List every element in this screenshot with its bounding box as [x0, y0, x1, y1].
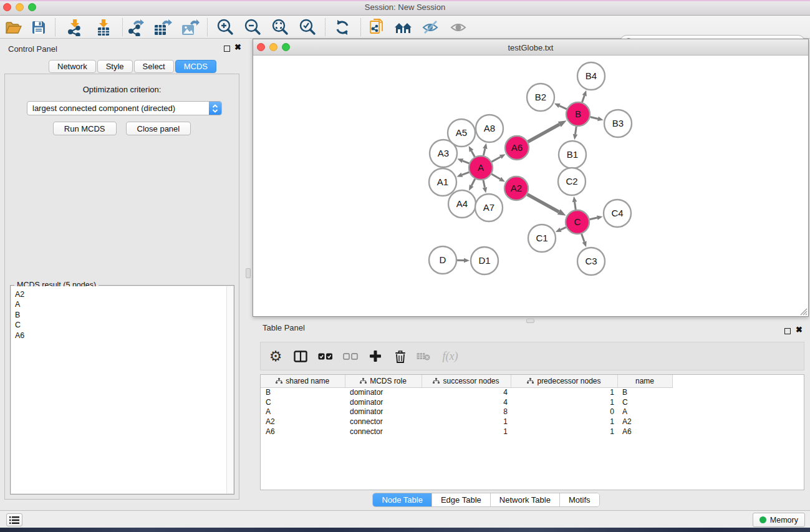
edge-A-A4[interactable] [471, 179, 475, 186]
edge-A-A6[interactable] [492, 157, 501, 162]
resize-grip-icon[interactable] [798, 306, 808, 316]
tab-edge-table[interactable]: Edge Table [432, 493, 491, 506]
zoom-in-button[interactable] [214, 17, 236, 37]
cell[interactable]: 4 [422, 397, 511, 407]
zoom-selected-button[interactable] [296, 17, 319, 37]
export-image-button[interactable] [179, 17, 201, 37]
result-item[interactable]: A2 [15, 289, 226, 299]
node-A6[interactable]: A6 [505, 136, 529, 160]
import-table-button[interactable] [92, 17, 115, 37]
edge-A-A5[interactable] [471, 151, 475, 157]
close-panel-button[interactable]: Close panel [126, 122, 191, 135]
cell[interactable]: 1 [422, 427, 511, 437]
task-history-button[interactable] [6, 513, 22, 526]
cell[interactable]: 1 [511, 427, 617, 437]
run-mcds-button[interactable]: Run MCDS [53, 122, 117, 135]
cell[interactable]: A [617, 407, 672, 417]
tab-network-table[interactable]: Network Table [491, 493, 560, 506]
node-D1[interactable]: D1 [471, 247, 498, 274]
result-item[interactable]: A [15, 299, 226, 309]
node-A5[interactable]: A5 [448, 119, 475, 147]
table-row[interactable]: Bdominator41B [261, 387, 672, 397]
node-B1[interactable]: B1 [559, 141, 586, 168]
zoom-fit-button[interactable] [269, 17, 291, 37]
node-A1[interactable]: A1 [429, 168, 456, 196]
table-row[interactable]: A2connector11A2 [261, 417, 672, 427]
export-table-button[interactable] [152, 17, 174, 37]
hide-selected-button[interactable] [420, 17, 442, 37]
edge-B-B1[interactable] [576, 127, 577, 135]
cell[interactable]: A2 [617, 417, 672, 427]
cell[interactable]: 8 [422, 407, 511, 417]
edge-B-B4[interactable] [582, 95, 585, 102]
node-B3[interactable]: B3 [604, 110, 632, 137]
node-A[interactable]: A [469, 156, 493, 180]
delete-columns-button[interactable] [388, 344, 413, 369]
node-A4[interactable]: A4 [448, 190, 476, 218]
network-canvas[interactable]: AA1A2A3A4A5A6A7A8BB1B2B3B4CC1C2C3C4DD1 [253, 56, 808, 316]
edge-B-B2[interactable] [559, 106, 567, 109]
cell[interactable]: C [261, 397, 345, 407]
save-session-button[interactable] [27, 17, 50, 37]
cell[interactable]: A6 [261, 427, 345, 437]
node-C3[interactable]: C3 [577, 248, 605, 275]
edge-C-C3[interactable] [582, 234, 585, 242]
node-table-grid[interactable]: shared nameMCDS rolesuccessor nodesprede… [261, 375, 673, 437]
edge-A6-B[interactable] [528, 124, 560, 142]
import-network-button[interactable] [64, 17, 86, 37]
tab-node-table[interactable]: Node Table [373, 493, 432, 506]
table-settings-button[interactable]: ⚙ [263, 344, 288, 369]
edge-A-A1[interactable] [462, 172, 469, 175]
tab-style[interactable]: Style [97, 60, 133, 73]
table-row[interactable]: Cdominator41C [261, 397, 672, 407]
table-row[interactable]: A6connector11A6 [261, 427, 672, 437]
criterion-select[interactable]: largest connected component (directed) [27, 101, 222, 115]
node-B[interactable]: B [566, 102, 590, 126]
result-item[interactable]: A6 [15, 331, 226, 341]
edge-A-A3[interactable] [463, 161, 470, 163]
network-from-selection-button[interactable] [366, 17, 388, 37]
cell[interactable]: 1 [511, 417, 617, 427]
cell[interactable]: 0 [511, 407, 617, 417]
column-header-shared-name[interactable]: shared name [261, 375, 345, 387]
node-C[interactable]: C [566, 210, 589, 234]
cell[interactable]: connector [345, 427, 422, 437]
refresh-button[interactable] [331, 17, 354, 37]
first-neighbors-button[interactable] [392, 17, 415, 37]
table-row[interactable]: Adominator80A [261, 407, 672, 417]
cell[interactable]: 1 [511, 387, 617, 397]
export-network-button[interactable] [125, 17, 147, 37]
show-columns-button[interactable] [288, 344, 313, 369]
cell[interactable]: dominator [345, 407, 422, 417]
cell[interactable]: dominator [345, 387, 422, 397]
memory-button[interactable]: Memory [753, 513, 805, 527]
node-A2[interactable]: A2 [504, 177, 528, 200]
cell[interactable]: B [261, 387, 345, 397]
column-header-name[interactable]: name [617, 375, 672, 387]
edge-B-B3[interactable] [590, 117, 597, 119]
result-scrollbar[interactable] [226, 286, 233, 493]
close-panel-icon[interactable]: ✖ [234, 42, 241, 52]
edge-C-C2[interactable] [575, 202, 576, 210]
node-C2[interactable]: C2 [558, 168, 586, 195]
tab-mcds[interactable]: MCDS [175, 60, 216, 73]
vertical-divider-grip[interactable] [246, 268, 251, 278]
node-C1[interactable]: C1 [528, 225, 556, 252]
edge-A-A2[interactable] [491, 174, 500, 179]
cell[interactable]: 1 [422, 417, 511, 427]
cell[interactable]: A2 [261, 417, 345, 427]
edge-C-C1[interactable] [561, 227, 566, 230]
create-column-button[interactable] [363, 344, 388, 369]
node-D[interactable]: D [429, 246, 456, 274]
cell[interactable]: C [617, 397, 672, 407]
float-panel-icon[interactable] [224, 46, 230, 52]
select-all-button[interactable] [313, 344, 338, 369]
tab-select[interactable]: Select [134, 60, 174, 73]
column-header-successor-nodes[interactable]: successor nodes [422, 375, 511, 387]
column-header-MCDS-role[interactable]: MCDS role [345, 375, 422, 387]
column-header-predecessor-nodes[interactable]: predecessor nodes [511, 375, 617, 387]
edge-A2-C[interactable] [528, 195, 559, 212]
cell[interactable]: connector [345, 417, 422, 427]
zoom-out-button[interactable] [241, 17, 264, 37]
network-window-titlebar[interactable]: testGlobe.txt [253, 39, 808, 56]
